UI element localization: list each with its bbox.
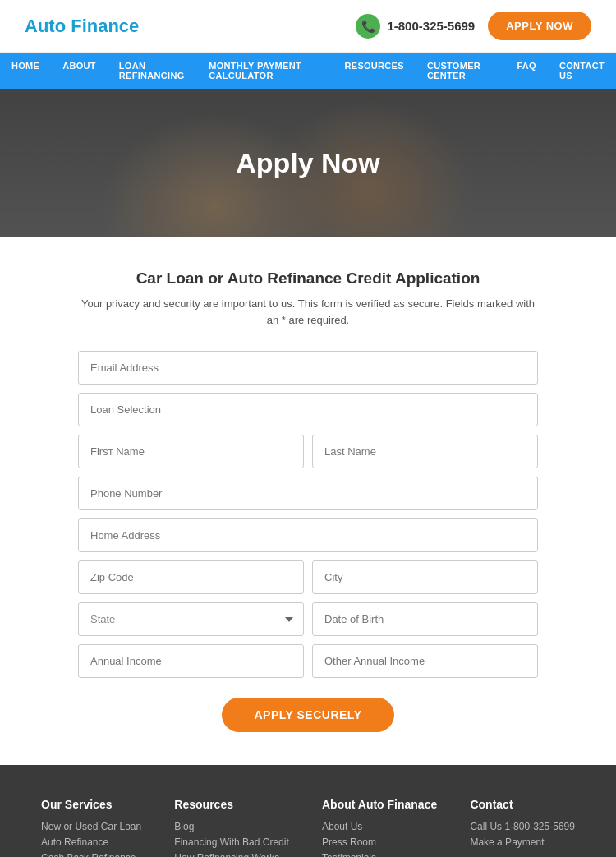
form-heading-bold: Credit Application <box>346 270 480 287</box>
income-row <box>78 644 538 678</box>
footer-services-heading: Our Services <box>41 798 141 811</box>
footer-link-new-used-car[interactable]: New or Used Car Loan <box>41 821 141 832</box>
dob-field[interactable] <box>312 602 538 636</box>
footer-col-about: About Auto Finanace About Us Press Room … <box>322 798 437 857</box>
hero-section: Apply Now <box>0 89 616 237</box>
nav-loan-refinancing[interactable]: LOAN REFINANCING <box>108 53 197 89</box>
footer-contact-heading: Contact <box>470 798 574 811</box>
apply-now-button[interactable]: APPLY NOW <box>488 12 591 40</box>
application-form-section: Car Loan or Auto Refinance Credit Applic… <box>53 237 563 765</box>
footer-link-press-room[interactable]: Press Room <box>322 836 437 848</box>
header-right: 📞 1-800-325-5699 APPLY NOW <box>356 12 591 40</box>
city-field[interactable] <box>312 560 538 594</box>
phone-number: 1-800-325-5699 <box>387 19 475 33</box>
nav-faq[interactable]: FAQ <box>505 53 548 89</box>
footer-link-auto-refinance[interactable]: Auto Refinance <box>41 836 141 848</box>
form-subtext: Your privacy and security are important … <box>78 296 538 328</box>
footer-link-payment[interactable]: Make a Payment <box>470 836 574 848</box>
nav-home[interactable]: HOME <box>0 53 51 89</box>
form-heading-prefix: Car Loan or Auto Refinance <box>136 270 347 287</box>
footer-col-resources: Resources Blog Financing With Bad Credit… <box>174 798 288 857</box>
footer-about-heading: About Auto Finanace <box>322 798 437 811</box>
annual-income-field[interactable] <box>78 644 304 678</box>
nav-customer-center[interactable]: CUSTOMER CENTER <box>416 53 506 89</box>
nav-about[interactable]: ABOUT <box>51 53 108 89</box>
zip-city-row <box>78 560 538 594</box>
loan-selection-field[interactable] <box>78 393 538 426</box>
phone-group <box>78 477 538 510</box>
site-logo: Auto Finance <box>25 16 139 37</box>
footer-link-how-refinancing[interactable]: How Refinancing Works <box>174 852 288 857</box>
email-group <box>78 351 538 385</box>
email-field[interactable] <box>78 351 538 385</box>
first-name-field[interactable] <box>78 435 304 468</box>
footer-col-services: Our Services New or Used Car Loan Auto R… <box>41 798 141 857</box>
state-dob-row: State ALAKAZCA COFLGANY TXWA <box>78 602 538 636</box>
credit-application-form: State ALAKAZCA COFLGANY TXWA APPLY SECUR… <box>78 351 538 732</box>
address-field[interactable] <box>78 518 538 552</box>
zip-field[interactable] <box>78 560 304 594</box>
last-name-field[interactable] <box>312 435 538 468</box>
footer-columns: Our Services New or Used Car Loan Auto R… <box>29 798 587 857</box>
state-select[interactable]: State ALAKAZCA COFLGANY TXWA <box>78 602 304 636</box>
footer-link-cash-back[interactable]: Cash Back Refinance <box>41 852 141 857</box>
apply-securely-button[interactable]: APPLY SECURELY <box>222 698 395 732</box>
footer-link-about-us[interactable]: About Us <box>322 821 437 832</box>
footer-col-contact: Contact Call Us 1-800-325-5699 Make a Pa… <box>470 798 574 857</box>
loan-group <box>78 393 538 426</box>
other-income-field[interactable] <box>312 644 538 678</box>
main-nav: HOME ABOUT LOAN REFINANCING MONTHLY PAYM… <box>0 53 616 89</box>
nav-monthly-payment[interactable]: MONTHLY PAYMENT CALCULATOR <box>197 53 333 89</box>
site-header: Auto Finance 📞 1-800-325-5699 APPLY NOW <box>0 0 616 53</box>
footer-resources-heading: Resources <box>174 798 288 811</box>
footer-link-testimonials[interactable]: Testimonials <box>322 852 437 857</box>
footer-link-blog[interactable]: Blog <box>174 821 288 832</box>
phone-icon: 📞 <box>356 14 380 39</box>
phone-field[interactable] <box>78 477 538 510</box>
nav-resources[interactable]: RESOURCES <box>333 53 416 89</box>
footer-link-bad-credit[interactable]: Financing With Bad Credit <box>174 836 288 848</box>
hero-title: Apply Now <box>236 147 380 179</box>
nav-contact[interactable]: CONTACT US <box>548 53 616 89</box>
form-heading: Car Loan or Auto Refinance Credit Applic… <box>78 270 538 288</box>
footer-link-call[interactable]: Call Us 1-800-325-5699 <box>470 821 574 832</box>
name-row <box>78 435 538 468</box>
site-footer: Our Services New or Used Car Loan Auto R… <box>0 765 616 857</box>
phone-wrapper: 📞 1-800-325-5699 <box>356 14 475 39</box>
address-group <box>78 518 538 552</box>
